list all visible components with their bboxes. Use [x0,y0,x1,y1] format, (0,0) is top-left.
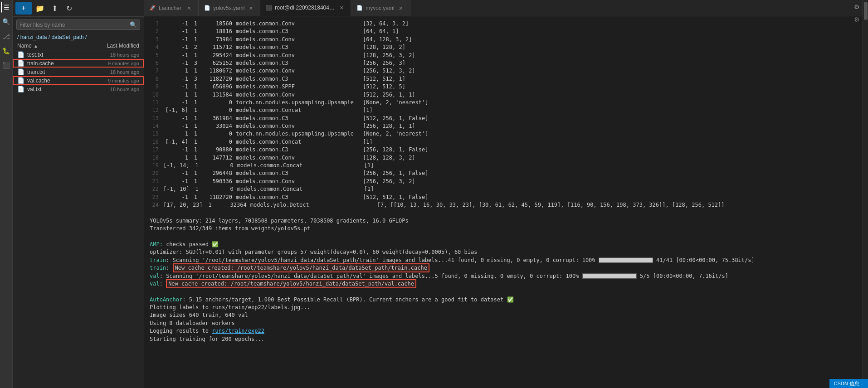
val-cache-highlighted: New cache created: /root/teamshare/yolov… [166,279,416,288]
tab-label-launcher: Launcher [159,5,183,11]
file-name: test.txt [27,52,89,58]
activity-icon-search[interactable]: 🔍 [1,16,12,27]
terminal-line: 15-110torch.nn.modules.upsampling.Upsamp… [150,130,857,138]
terminal-line: 20-11296448models.common.C3[256, 256, 1,… [150,170,857,177]
terminal-line: 14-1133024models.common.Conv[256, 128, 1… [150,122,857,130]
terminal-line: 10-11131584models.common.Conv[512, 256, … [150,91,857,99]
new-file-button[interactable]: + [15,2,32,15]
sidebar: + 📁 ⬆ ↻ 🔍 / hanzi_data / dataSet_path / … [13,0,144,388]
file-item-val-txt[interactable]: 📄 val.txt 18 hours ago [13,85,144,93]
search-input[interactable] [20,22,130,28]
file-modified: 9 minutes ago [89,78,139,83]
terminal-line: 13-11361984models.common.C3[512, 256, 1,… [150,115,857,122]
file-list: 📄 test.txt 18 hours ago 📄 train.cache 9 … [13,50,144,388]
dataloader-line: Using 8 dataloader workers [150,320,857,327]
tab-close-root[interactable]: × [338,4,345,11]
terminal-line: 1-1118560models.common.Conv[32, 64, 3, 2… [150,20,857,28]
scroll-thumb[interactable] [864,2,868,20]
file-item-val-cache[interactable]: 📄 val.cache 9 minutes ago [13,76,144,85]
col-modified-header: Last Modified [89,43,139,49]
search-bar: 🔍 [16,19,140,30]
file-name: val.cache [27,78,89,84]
plotting-line: Plotting labels to runs/train/exp22/labe… [150,304,857,311]
file-item-test-txt[interactable]: 📄 test.txt 18 hours ago [13,50,144,59]
checkmark-icon: ✅ [212,241,219,247]
activity-icon-source[interactable]: ⎇ [1,31,12,42]
folder-icon-btn[interactable]: 📁 [34,2,46,15]
tab-icon-root: ⬛ [266,5,272,11]
terminal-line: 24[17, 20, 23]132364models.yolo.Detect[7… [150,201,857,209]
settings-gear-icon[interactable]: ⚙ [852,2,862,12]
activity-bar: ☰ 🔍 ⎇ 🐛 ⬛ [0,0,13,388]
tab-close-launcher[interactable]: × [185,5,193,12]
scrollbar-area [863,0,868,388]
terminal-line: 21-11590336models.common.Conv[256, 256, … [150,178,857,185]
file-icon: 📄 [17,68,24,75]
upload-button[interactable]: ⬆ [48,2,61,15]
amp-text: checks passed [166,241,209,247]
tab-icon-launcher: 🚀 [150,5,156,11]
file-modified: 18 hours ago [89,52,139,58]
optimizer-line: optimizer: SGD(lr=0.01) with parameter g… [150,248,857,256]
terminal-line: 3-1173984models.common.Conv[64, 128, 3, … [150,36,857,44]
file-name: train.txt [27,69,89,75]
main-area: 🚀 Launcher × 📄 yolov5s.yaml × ⬛ root@dl-… [144,0,863,388]
tab-label-myvoc: myvoc.yaml [366,5,394,11]
terminal-line: 11-110torch.nn.modules.upsampling.Upsamp… [150,99,857,107]
logging-line: Logging results to runs/train/exp22 [150,327,857,335]
tab-yolov5s[interactable]: 📄 yolov5s.yaml × [199,0,260,16]
terminal-line: 16[-1, 4]10models.common.Concat[1] [150,138,857,146]
settings-gear-icon-2[interactable]: ⚙ [852,15,862,24]
terminal-line: 2-1118816models.common.C3[64, 64, 1] [150,28,857,35]
terminal-line: 5-11295424models.common.Conv[128, 256, 3… [150,52,857,59]
amp-line: AMP: checks passed ✅ [150,241,857,248]
file-item-train-cache[interactable]: 📄 train.cache 9 minutes ago [13,59,144,68]
file-item-train-txt[interactable]: 📄 train.txt 18 hours ago [13,68,144,76]
terminal-line: 7-111180672models.common.Conv[256, 512, … [150,67,857,75]
file-list-header[interactable]: Name ▲ Last Modified [13,42,144,50]
tab-close-myvoc[interactable]: × [397,5,405,12]
breadcrumb: / hanzi_data / dataSet_path / [13,33,144,42]
activity-icon-debug[interactable]: 🐛 [1,45,12,56]
starting-line: Starting training for 200 epochs... [150,335,857,343]
activity-icon-extensions[interactable]: ⬛ [1,60,12,71]
activity-icon-explorer[interactable]: ☰ [1,2,12,13]
file-icon: 📄 [17,77,24,84]
autoanchor-line: AutoAnchor: 5.15 anchors/target, 1.000 B… [150,296,857,304]
file-icon: 📄 [17,51,24,58]
file-modified: 18 hours ago [89,69,139,75]
file-name: train.cache [27,60,89,67]
image-sizes-line: Image sizes 640 train, 640 val [150,311,857,319]
tab-label-root: root@dl-220928184041vp4-... [275,5,335,11]
tab-icon-myvoc: 📄 [356,5,363,11]
terminal-line: 23-111182720models.common.C3[512, 512, 1… [150,194,857,201]
val-cache-line: val: New cache created: /root/teamshare/… [150,280,857,288]
train-cache-line: train: New cache created: /root/teamshar… [150,264,857,272]
tab-icon-yolov5s: 📄 [204,5,210,11]
tab-root[interactable]: ⬛ root@dl-220928184041vp4-... × [260,0,351,16]
col-name-header: Name ▲ [17,43,89,49]
tab-bar: 🚀 Launcher × 📄 yolov5s.yaml × ⬛ root@dl-… [144,0,863,16]
terminal-line: 4-12115712models.common.C3[128, 128, 2] [150,44,857,51]
terminal-line: 17-1190880models.common.C3[256, 128, 1, … [150,146,857,154]
terminal-content[interactable]: 1-1118560models.common.Conv[32, 64, 3, 2… [144,16,863,388]
amp-label: AMP: [150,241,163,247]
gear-area: ⚙ ⚙ [852,2,862,24]
tab-close-yolov5s[interactable]: × [247,5,254,12]
tab-label-yolov5s: yolov5s.yaml [213,5,244,11]
refresh-button[interactable]: ↻ [63,2,75,15]
summary-line: YOLOv5s summary: 214 layers, 7038508 par… [150,217,857,225]
train-cache-highlighted: New cache created: /root/teamshare/yolov… [173,263,429,272]
file-icon: 📄 [17,60,24,67]
tab-myvoc[interactable]: 📄 myvoc.yaml × [351,0,410,16]
terminal-line: 19[-1, 14]10models.common.Concat[1] [150,162,857,170]
file-name: val.txt [27,86,89,92]
search-icon: 🔍 [130,21,137,28]
file-modified: 18 hours ago [89,87,139,92]
logging-path: runs/train/exp22 [212,328,264,334]
terminal-line: 9-11656896models.common.SPPF[512, 512, 5… [150,83,857,91]
status-text: CSDN 信息... [834,380,863,387]
tab-launcher[interactable]: 🚀 Launcher × [144,0,199,16]
terminal-line: 12[-1, 6]10models.common.Concat[1] [150,107,857,114]
terminal-line: 6-13625152models.common.C3[256, 256, 3] [150,59,857,67]
